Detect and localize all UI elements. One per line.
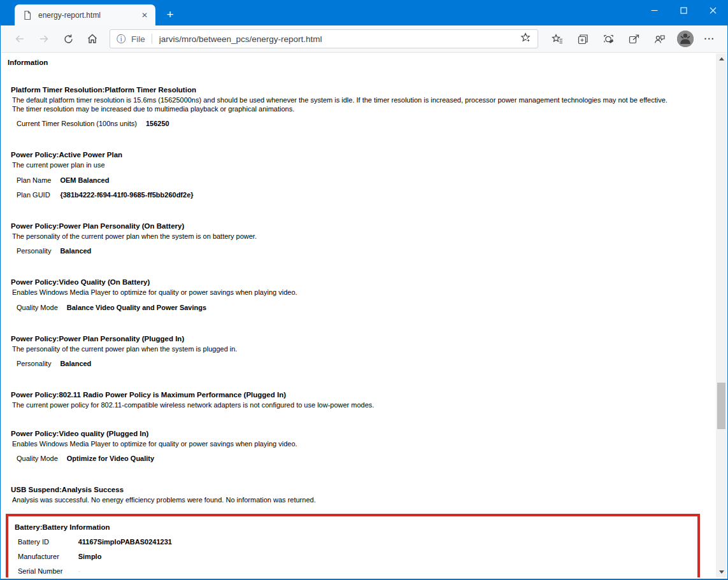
window-controls (639, 0, 727, 20)
table-row: Personality Balanced (17, 244, 91, 258)
title-bar[interactable]: energy-report.html ✕ + (1, 0, 727, 25)
vertical-scrollbar[interactable] (716, 53, 727, 577)
home-icon[interactable] (80, 28, 104, 50)
row-label: Manufacturer (18, 549, 78, 564)
scrollbar-thumb[interactable] (717, 383, 725, 429)
section-title: Power Policy:Power Plan Personality (On … (11, 222, 708, 230)
section-title: Power Policy:Video Quality (On Battery) (11, 278, 708, 286)
row-value: Balance Video Quality and Power Savings (67, 301, 206, 315)
section-description: Analysis was successful. No energy effic… (12, 496, 708, 505)
row-label: Personality (17, 357, 60, 371)
row-label: Quality Mode (17, 301, 67, 315)
row-value: 41167SimploPABAS0241231 (78, 535, 172, 549)
section-personality-plugged-in: Power Policy:Power Plan Personality (Plu… (11, 334, 708, 372)
table-row: Serial Number · (18, 564, 172, 578)
section-platform-timer-resolution: Platform Timer Resolution:Platform Timer… (11, 85, 708, 131)
table-row: Current Timer Resolution (100ns units) 1… (17, 117, 169, 131)
address-bar[interactable]: ⓘ File jarvis/mro/between_pcs/energy-rep… (110, 29, 538, 48)
info-icon[interactable]: ⓘ (117, 34, 125, 43)
scroll-up-icon[interactable] (716, 53, 727, 64)
table-row: Quality Mode Optimize for Video Quality (17, 451, 154, 466)
section-description: The timer resolution may be increased du… (12, 105, 708, 114)
row-value: Balanced (60, 244, 91, 258)
section-description: The personality of the current power pla… (12, 232, 708, 241)
section-active-power-plan: Power Policy:Active Power Plan The curre… (11, 150, 708, 202)
section-title: Power Policy:Video quality (Plugged In) (11, 429, 708, 438)
section-title: Platform Timer Resolution:Platform Timer… (11, 85, 708, 94)
row-label: Personality (17, 244, 60, 258)
row-label: Serial Number (18, 564, 78, 578)
section-radio-power-policy: Power Policy:802.11 Radio Power Policy i… (11, 390, 708, 410)
battery-serial-value: · (78, 564, 172, 578)
new-tab-icon[interactable]: + (163, 8, 177, 22)
forward-icon[interactable] (32, 28, 56, 50)
web-capture-icon[interactable] (596, 28, 621, 50)
row-value: Balanced (60, 357, 91, 371)
close-window-icon[interactable] (698, 0, 727, 20)
add-favorite-icon[interactable] (520, 32, 531, 46)
section-title: Power Policy:Power Plan Personality (Plu… (11, 334, 708, 343)
section-title: USB Suspend:Analysis Success (11, 485, 708, 494)
tab-title: energy-report.html (38, 11, 139, 20)
section-personality-on-battery: Power Policy:Power Plan Personality (On … (11, 222, 708, 259)
section-description: Enables Windows Media Player to optimize… (12, 288, 708, 297)
section-description: The current power plan in use (12, 161, 708, 170)
favorites-icon[interactable] (545, 28, 570, 50)
browser-tab[interactable]: energy-report.html ✕ (15, 4, 155, 25)
section-title: Power Policy:Active Power Plan (11, 150, 708, 159)
section-description: Enables Windows Media Player to optimize… (12, 440, 708, 449)
table-row: Quality Mode Balance Video Quality and P… (17, 301, 206, 315)
table-row: Personality Balanced (17, 357, 91, 371)
section-video-quality-on-battery: Power Policy:Video Quality (On Battery) … (11, 278, 708, 315)
highlight-annotation-box: Battery:Battery Information Battery ID 4… (6, 514, 700, 578)
row-label: Plan GUID (17, 188, 60, 202)
feedback-icon[interactable] (646, 28, 672, 50)
section-description: The personality of the current power pla… (12, 345, 708, 354)
close-tab-icon[interactable]: ✕ (139, 10, 150, 21)
section-title: Battery:Battery Information (15, 523, 697, 532)
section-description: The current power policy for 802.11-comp… (12, 401, 708, 410)
url-text[interactable]: jarvis/mro/between_pcs/energy-report.htm… (159, 34, 515, 44)
report-page: Information Platform Timer Resolution:Pl… (1, 53, 716, 577)
table-row: Plan GUID {381b4222-f694-41f0-9685-ff5bb… (17, 188, 194, 202)
profile-avatar[interactable] (677, 31, 694, 47)
section-description: The default platform timer resolution is… (12, 96, 708, 105)
row-value: {381b4222-f694-41f0-9685-ff5bb260df2e} (60, 188, 193, 202)
row-label: Battery ID (18, 535, 78, 549)
table-row: Battery ID 41167SimploPABAS0241231 (18, 535, 172, 549)
document-icon (22, 10, 32, 20)
more-icon[interactable]: ··· (699, 28, 720, 50)
scroll-down-icon[interactable] (716, 567, 727, 577)
row-value: 156250 (146, 117, 169, 131)
section-title: Power Policy:802.11 Radio Power Policy i… (11, 390, 708, 399)
collections-icon[interactable] (570, 28, 596, 50)
row-label: Plan Name (17, 173, 60, 188)
refresh-icon[interactable] (56, 28, 80, 50)
minimize-icon[interactable] (639, 0, 669, 20)
browser-toolbar: ⓘ File jarvis/mro/between_pcs/energy-rep… (1, 25, 727, 53)
back-icon[interactable] (8, 28, 32, 50)
row-value: Simplo (78, 549, 172, 564)
table-row: Plan Name OEM Balanced (17, 173, 194, 188)
row-label: Quality Mode (17, 451, 67, 466)
url-scheme-label: File (131, 34, 145, 44)
row-value: Optimize for Video Quality (67, 451, 154, 466)
row-label: Current Timer Resolution (100ns units) (17, 117, 146, 131)
page-title: Information (8, 59, 708, 66)
maximize-icon[interactable] (669, 0, 698, 20)
section-usb-suspend: USB Suspend:Analysis Success Analysis wa… (11, 485, 708, 505)
browser-window: energy-report.html ✕ + (0, 0, 728, 580)
section-video-quality-plugged-in: Power Policy:Video quality (Plugged In) … (11, 429, 708, 467)
url-divider (152, 34, 152, 44)
table-row: Manufacturer Simplo (18, 549, 172, 564)
row-value: OEM Balanced (60, 173, 193, 188)
share-icon[interactable] (621, 28, 646, 50)
